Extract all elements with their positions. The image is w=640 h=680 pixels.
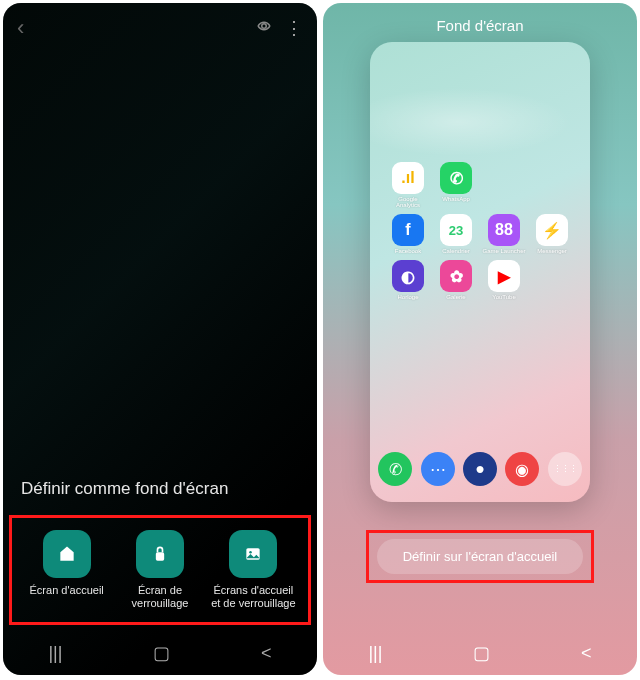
nav-back[interactable]: < (581, 643, 592, 664)
calendar-icon: 23 (440, 214, 472, 246)
dock-browser-icon[interactable]: ● (463, 452, 497, 486)
nav-recent[interactable]: ||| (368, 643, 382, 664)
app-clock[interactable]: ◐Horloge (386, 260, 430, 300)
app-facebook[interactable]: fFacebook (386, 214, 430, 254)
back-icon[interactable]: ‹ (17, 15, 24, 41)
page-title: Fond d'écran (436, 3, 523, 42)
app-whatsapp[interactable]: ✆WhatsApp (434, 162, 478, 208)
wallpaper-target-options: Écran d'accueil Écran de verrouillage Éc… (16, 522, 304, 618)
dock-messages-icon[interactable]: ⋯ (421, 452, 455, 486)
apps-row-2: fFacebook 23Calendrier 88Game Launcher ⚡… (370, 214, 590, 254)
dock-camera-icon[interactable]: ◉ (505, 452, 539, 486)
app-youtube[interactable]: ▶YouTube (482, 260, 526, 300)
topbar: ‹ ⋮ (3, 3, 317, 53)
svg-rect-1 (156, 552, 164, 560)
left-screenshot: ‹ ⋮ Définir comme fond d'écran Écran d'a… (3, 3, 317, 675)
tutorial-highlight-left: Écran d'accueil Écran de verrouillage Éc… (9, 515, 311, 625)
svg-point-3 (250, 551, 253, 554)
clock-icon: ◐ (392, 260, 424, 292)
apps-row-3: ◐Horloge ✿Galerie ▶YouTube (370, 260, 590, 300)
apps-row-1: .ılGoogle Analytics ✆WhatsApp (370, 162, 590, 208)
android-navbar: ||| ▢ < (323, 631, 637, 675)
whatsapp-icon: ✆ (440, 162, 472, 194)
game-launcher-icon: 88 (488, 214, 520, 246)
tutorial-highlight-right: Définir sur l'écran d'accueil (366, 530, 595, 583)
facebook-icon: f (392, 214, 424, 246)
dock: ✆ ⋯ ● ◉ ⋮⋮⋮ (370, 452, 590, 486)
lock-icon (150, 544, 170, 564)
option-lock-screen[interactable]: Écran de verrouillage (117, 530, 202, 610)
wallpaper-swirl (370, 82, 590, 162)
app-messenger[interactable]: ⚡Messenger (530, 214, 574, 254)
gallery-icon: ✿ (440, 260, 472, 292)
android-navbar: ||| ▢ < (3, 631, 317, 675)
right-screenshot: Fond d'écran .ılGoogle Analytics ✆WhatsA… (323, 3, 637, 675)
set-wallpaper-button[interactable]: Définir sur l'écran d'accueil (377, 539, 584, 574)
nav-recent[interactable]: ||| (48, 643, 62, 664)
home-screen-preview: .ılGoogle Analytics ✆WhatsApp fFacebook … (370, 42, 590, 502)
nav-back[interactable]: < (261, 643, 272, 664)
motion-effect-icon[interactable] (255, 17, 273, 39)
dock-apps-icon[interactable]: ⋮⋮⋮ (548, 452, 582, 486)
svg-point-0 (262, 24, 267, 29)
nav-home[interactable]: ▢ (153, 642, 170, 664)
app-game-launcher[interactable]: 88Game Launcher (482, 214, 526, 254)
youtube-icon: ▶ (488, 260, 520, 292)
analytics-icon: .ıl (392, 162, 424, 194)
more-icon[interactable]: ⋮ (285, 17, 303, 39)
home-icon (57, 544, 77, 564)
sheet-title: Définir comme fond d'écran (3, 479, 317, 509)
app-google-analytics[interactable]: .ılGoogle Analytics (386, 162, 430, 208)
option-home-screen[interactable]: Écran d'accueil (24, 530, 109, 610)
app-gallery[interactable]: ✿Galerie (434, 260, 478, 300)
app-calendar[interactable]: 23Calendrier (434, 214, 478, 254)
dock-phone-icon[interactable]: ✆ (378, 452, 412, 486)
option-both-screens[interactable]: Écrans d'accueil et de verrouillage (211, 530, 296, 610)
nav-home[interactable]: ▢ (473, 642, 490, 664)
messenger-icon: ⚡ (536, 214, 568, 246)
picture-icon (243, 544, 263, 564)
